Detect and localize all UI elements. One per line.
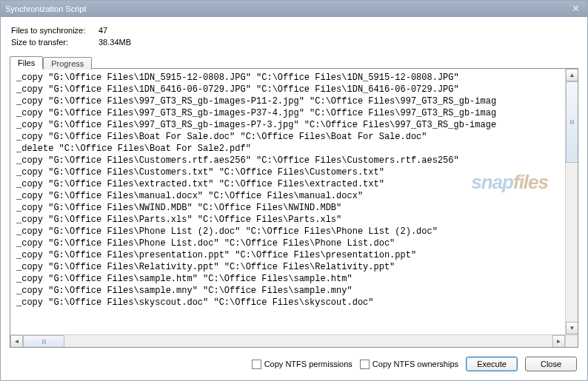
script-line[interactable]: _copy "G:\Office Files\Customers.rtf.aes… xyxy=(16,155,578,166)
footer: Copy NTFS permissions Copy NTFS ownershi… xyxy=(1,354,587,380)
tab-files[interactable]: Files xyxy=(10,56,43,69)
copy-ntfs-permissions-label: Copy NTFS permissions xyxy=(264,360,353,368)
horizontal-scrollbar[interactable]: ◄ ► xyxy=(10,334,565,347)
vertical-scroll-thumb[interactable] xyxy=(566,81,578,163)
close-icon[interactable]: ✕ xyxy=(569,1,583,17)
summary-panel: Files to synchronize: 47 Size to transfe… xyxy=(1,17,587,53)
script-line[interactable]: _copy "G:\Office Files\Parts.xls" "C:\Of… xyxy=(16,214,578,226)
script-line[interactable]: _copy "G:\Office Files\997_GT3_RS_gb-ima… xyxy=(16,107,578,119)
script-line[interactable]: _copy "G:\Office Files\1DN_6416-06-0729.… xyxy=(16,84,578,95)
execute-button[interactable]: Execute xyxy=(466,357,518,371)
window: Synchronization Script ✕ Files to synchr… xyxy=(0,0,588,381)
content-frame: snapfiles _copy "G:\Office Files\1DN_591… xyxy=(10,68,578,348)
script-line[interactable]: _copy "G:\Office Files\manual.docx" "C:\… xyxy=(16,190,578,202)
horizontal-scroll-thumb[interactable] xyxy=(23,335,64,347)
close-button[interactable]: Close xyxy=(525,357,577,371)
scroll-up-icon[interactable]: ▲ xyxy=(566,69,578,81)
script-line[interactable]: _copy "G:\Office Files\Boat For Sale.doc… xyxy=(16,131,578,143)
script-line[interactable]: _copy "G:\Office Files\997_GT3_RS_gb-ima… xyxy=(16,119,578,131)
size-to-transfer-label: Size to transfer: xyxy=(11,36,93,48)
vertical-scrollbar[interactable]: ▲ ▼ xyxy=(565,69,578,334)
size-to-transfer-value: 38.34MB xyxy=(98,36,131,48)
script-line[interactable]: _copy "G:\Office Files\Customers.txt" "C… xyxy=(16,166,578,178)
script-line[interactable]: _copy "G:\Office Files\sample.htm" "C:\O… xyxy=(16,273,578,285)
copy-ntfs-ownerships-label: Copy NTFS ownerships xyxy=(372,360,458,368)
script-line[interactable]: _copy "G:\Office Files\1DN_5915-12-0808.… xyxy=(16,72,578,84)
script-line[interactable]: _copy "G:\Office Files\Phone List.doc" "… xyxy=(16,237,578,249)
script-line[interactable]: _copy "G:\Office Files\Phone List (2).do… xyxy=(16,226,578,237)
scroll-corner xyxy=(565,334,578,347)
script-line[interactable]: _copy "G:\Office Files\presentation.ppt"… xyxy=(16,249,578,261)
titlebar[interactable]: Synchronization Script ✕ xyxy=(1,1,587,17)
script-line[interactable]: _copy "G:\Office Files\sample.mny" "C:\O… xyxy=(16,285,578,297)
scroll-right-icon[interactable]: ► xyxy=(552,335,565,347)
files-to-sync-value: 47 xyxy=(98,24,107,36)
script-line[interactable]: _copy "G:\Office Files\Relativity.ppt" "… xyxy=(16,261,578,273)
tab-bar: Files Progress xyxy=(10,53,587,68)
script-lines: _copy "G:\Office Files\1DN_5915-12-0808.… xyxy=(10,72,578,308)
script-line[interactable]: _copy "G:\Office Files\extracted.txt" "C… xyxy=(16,178,578,190)
script-line[interactable]: _copy "G:\Office Files\997_GT3_RS_gb-ima… xyxy=(16,95,578,107)
script-area[interactable]: snapfiles _copy "G:\Office Files\1DN_591… xyxy=(10,69,578,347)
window-title: Synchronization Script xyxy=(5,1,86,17)
script-line[interactable]: _copy "G:\Office Files\NWIND.MDB" "C:\Of… xyxy=(16,202,578,214)
checkbox-icon[interactable] xyxy=(252,360,261,369)
scroll-down-icon[interactable]: ▼ xyxy=(566,322,578,334)
copy-ntfs-permissions-checkbox[interactable]: Copy NTFS permissions xyxy=(252,360,353,369)
checkbox-icon[interactable] xyxy=(360,360,370,369)
files-to-sync-label: Files to synchronize: xyxy=(11,24,93,36)
script-line[interactable]: _copy "G:\Office Files\skyscout.doc" "C:… xyxy=(16,297,578,308)
tab-progress[interactable]: Progress xyxy=(43,57,92,70)
scroll-left-icon[interactable]: ◄ xyxy=(10,335,23,347)
script-line[interactable]: _delete "C:\Office Files\Boat For Sale2.… xyxy=(16,143,578,155)
copy-ntfs-ownerships-checkbox[interactable]: Copy NTFS ownerships xyxy=(360,360,458,369)
